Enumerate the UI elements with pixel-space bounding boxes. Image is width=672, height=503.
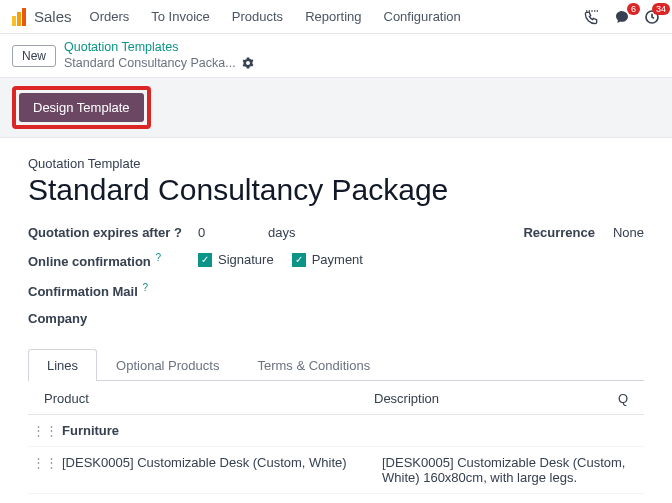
label-confirmation-mail: Confirmation Mail ? [28,282,198,299]
value-expires[interactable]: 0 [198,225,268,240]
subheader: New Quotation Templates Standard Consult… [0,34,672,77]
help-icon[interactable]: ? [174,225,182,240]
cell-description[interactable]: [DESK0005] Customizable Desk (Custom, Wh… [382,455,628,485]
top-navbar: Sales Orders To Invoice Products Reporti… [0,0,672,34]
drag-handle-icon[interactable]: ⋮⋮ [32,455,58,470]
table-section-row[interactable]: ⋮⋮ Furniture [28,415,644,447]
label-payment: Payment [312,252,363,267]
grid-header: Product Description Q [28,381,644,415]
col-header-product[interactable]: Product [44,391,374,406]
form-area: Quotation Template Standard Consultancy … [0,138,672,503]
design-template-button[interactable]: Design Template [19,93,144,122]
main-nav: Orders To Invoice Products Reporting Con… [90,9,584,24]
messages-icon[interactable]: 6 [614,9,630,25]
topbar-icons: 6 34 [584,9,660,25]
breadcrumb-parent[interactable]: Quotation Templates [64,40,254,56]
highlight-annotation: Design Template [12,86,151,129]
page-title[interactable]: Standard Consultancy Package [28,173,644,207]
breadcrumb-current-text: Standard Consultancy Packa... [64,56,236,72]
row-confirmation-mail: Confirmation Mail ? [28,282,644,299]
tab-lines[interactable]: Lines [28,349,97,381]
breadcrumb: Quotation Templates Standard Consultancy… [64,40,254,71]
nav-reporting[interactable]: Reporting [305,9,361,24]
activities-badge: 34 [652,3,670,16]
tab-terms-conditions[interactable]: Terms & Conditions [238,349,389,381]
app-logo [12,8,26,26]
help-icon[interactable]: ? [142,282,148,293]
phone-icon[interactable] [584,9,600,25]
new-button[interactable]: New [12,45,56,67]
label-signature: Signature [218,252,274,267]
activities-icon[interactable]: 34 [644,9,660,25]
nav-products[interactable]: Products [232,9,283,24]
label-expires: Quotation expires after ? [28,225,198,240]
label-recurrence: Recurrence [523,225,595,240]
checkbox-signature-group: ✓ Signature [198,252,274,267]
row-expires: Quotation expires after ? 0 days Recurre… [28,225,644,240]
col-header-description[interactable]: Description [374,391,608,406]
app-brand[interactable]: Sales [34,8,72,25]
label-company: Company [28,311,198,326]
breadcrumb-current: Standard Consultancy Packa... [64,56,254,72]
nav-configuration[interactable]: Configuration [384,9,461,24]
tabs: Lines Optional Products Terms & Conditio… [28,348,644,381]
section-title: Furniture [62,423,382,438]
col-header-qty[interactable]: Q [608,391,628,406]
checkbox-payment-group: ✓ Payment [292,252,363,267]
label-online-confirmation: Online confirmation ? [28,252,198,269]
nav-to-invoice[interactable]: To Invoice [151,9,210,24]
row-company: Company [28,311,644,326]
gear-icon[interactable] [242,57,254,69]
unit-expires: days [268,225,348,240]
tab-optional-products[interactable]: Optional Products [97,349,238,381]
cell-product[interactable]: [DESK0005] Customizable Desk (Custom, Wh… [62,455,382,470]
table-row[interactable]: ⋮⋮ [DESK0005] Customizable Desk (Custom,… [28,447,644,494]
row-online-confirmation: Online confirmation ? ✓ Signature ✓ Paym… [28,252,644,269]
messages-badge: 6 [627,3,640,16]
help-icon[interactable]: ? [155,252,161,263]
action-bar: Design Template [0,77,672,138]
checkbox-signature[interactable]: ✓ [198,253,212,267]
value-recurrence[interactable]: None [613,225,644,240]
nav-orders[interactable]: Orders [90,9,130,24]
drag-handle-icon[interactable]: ⋮⋮ [32,423,58,438]
form-small-label: Quotation Template [28,156,644,171]
checkbox-payment[interactable]: ✓ [292,253,306,267]
